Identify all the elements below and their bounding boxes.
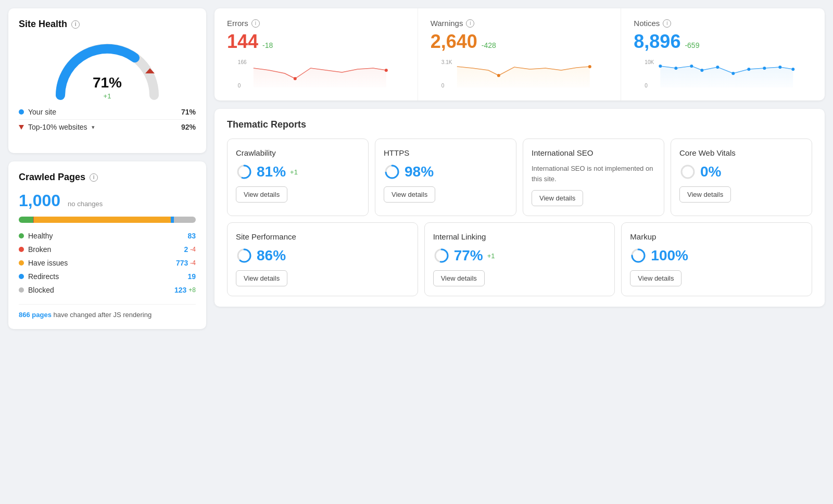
svg-point-14: [659, 65, 662, 68]
notices-sparkline: 10K 0: [634, 59, 812, 90]
https-circle-icon: [384, 163, 400, 180]
notices-number: 8,896: [634, 31, 680, 53]
reports-bottom-grid: Site Performance 86% View details Intern…: [227, 222, 812, 296]
crawl-row-broken: Broken 2 -4: [19, 243, 196, 256]
svg-point-16: [690, 65, 693, 68]
stats-row: Errors i 144 -18 166: [214, 8, 825, 100]
notices-label: Notices i: [634, 19, 812, 28]
internal-linking-view-details-button[interactable]: View details: [433, 270, 485, 286]
svg-point-21: [763, 67, 766, 70]
svg-point-23: [792, 68, 795, 71]
notices-number-row: 8,896 -659: [634, 31, 812, 53]
warnings-label: Warnings i: [431, 19, 609, 28]
svg-text:0: 0: [238, 83, 241, 89]
svg-point-20: [748, 68, 751, 71]
report-site-performance: Site Performance 86% View details: [227, 222, 418, 296]
crawled-legend: Healthy 83 Broken 2 -4: [19, 229, 196, 297]
warnings-number-row: 2,640 -428: [431, 31, 609, 53]
svg-point-10: [588, 65, 591, 68]
bar-have-issues: [34, 217, 171, 223]
report-cwv: Core Web Vitals 0% View details: [671, 138, 812, 216]
gauge-container: 71% +1 Your site 71%: [19, 38, 196, 134]
reports-top-grid: Crawlability 81% +1 View details HTTPS: [227, 138, 812, 216]
cwv-view-details-button[interactable]: View details: [679, 186, 731, 203]
bar-healthy: [19, 217, 33, 223]
legend-row-top10: Top-10% websites ▾ 92%: [19, 119, 196, 134]
svg-point-18: [716, 66, 720, 69]
warnings-change: -428: [482, 41, 496, 49]
report-intl-seo: International SEO International SEO is n…: [523, 138, 664, 216]
report-https: HTTPS 98% View details: [375, 138, 516, 216]
svg-text:166: 166: [238, 59, 247, 65]
dropdown-arrow-icon[interactable]: ▾: [92, 124, 95, 131]
report-crawlability: Crawlability 81% +1 View details: [227, 138, 369, 216]
crawlability-view-details-button[interactable]: View details: [236, 186, 287, 203]
gauge-chart: 71% +1: [50, 38, 165, 100]
svg-text:0: 0: [441, 83, 444, 89]
crawl-row-issues: Have issues 773 -4: [19, 256, 196, 270]
svg-point-22: [779, 66, 782, 69]
pages-note: 866 pages have changed after JS renderin…: [19, 304, 196, 319]
crawled-pages-title: Crawled Pages i: [19, 172, 196, 183]
markup-view-details-button[interactable]: View details: [630, 270, 681, 286]
svg-point-5: [385, 69, 388, 72]
errors-change: -18: [262, 41, 273, 49]
crawled-pages-info-icon[interactable]: i: [90, 173, 98, 182]
warnings-number: 2,640: [431, 31, 477, 53]
internal-linking-circle-icon: [433, 247, 450, 264]
notices-change: -659: [685, 41, 699, 49]
markup-circle-icon: [630, 247, 647, 264]
site-performance-view-details-button[interactable]: View details: [236, 270, 287, 286]
errors-info-icon[interactable]: i: [251, 19, 260, 28]
thematic-reports-card: Thematic Reports Crawlability 81% +1 Vie…: [214, 109, 825, 307]
crawled-pages-card: Crawled Pages i 1,000 no changes Healthy: [8, 161, 206, 329]
errors-number: 144: [227, 31, 258, 53]
warnings-sparkline: 3.1K 0: [431, 59, 609, 90]
report-internal-linking: Internal Linking 77% +1 View details: [424, 222, 615, 296]
crawl-row-healthy: Healthy 83: [19, 229, 196, 243]
https-view-details-button[interactable]: View details: [384, 186, 435, 203]
notices-info-icon[interactable]: i: [663, 19, 671, 28]
top10-triangle: [19, 125, 24, 130]
site-health-title: Site Health i: [19, 19, 196, 30]
cwv-circle-icon: [679, 163, 696, 180]
svg-point-19: [732, 72, 735, 75]
gauge-legend: Your site 71% Top-10% websites ▾ 92%: [19, 105, 196, 134]
notices-card: Notices i 8,896 -659: [621, 8, 825, 100]
svg-text:3.1K: 3.1K: [441, 59, 452, 65]
warnings-info-icon[interactable]: i: [466, 19, 474, 28]
svg-point-9: [497, 74, 500, 77]
svg-point-4: [294, 77, 297, 80]
crawled-count: 1,000: [19, 191, 60, 210]
svg-point-17: [701, 69, 704, 72]
errors-number-row: 144 -18: [227, 31, 405, 53]
pages-note-link[interactable]: 866 pages: [19, 311, 52, 319]
crawl-row-redirects: Redirects 19: [19, 270, 196, 283]
legend-row-site: Your site 71%: [19, 105, 196, 119]
errors-label: Errors i: [227, 19, 405, 28]
site-dot: [19, 109, 24, 115]
crawlability-circle-icon: [236, 163, 253, 180]
site-health-card: Site Health i 71% +1: [8, 8, 206, 153]
svg-text:10K: 10K: [645, 59, 654, 65]
crawled-progress-bar: [19, 217, 196, 223]
crawl-row-blocked: Blocked 123 +8: [19, 283, 196, 297]
warnings-card: Warnings i 2,640 -428: [418, 8, 622, 100]
svg-text:0: 0: [645, 83, 648, 89]
bar-blocked: [174, 217, 196, 223]
crawled-no-changes: no changes: [68, 200, 103, 208]
svg-marker-8: [457, 67, 589, 87]
site-performance-circle-icon: [236, 247, 253, 264]
svg-point-28: [681, 166, 694, 178]
svg-point-15: [675, 67, 678, 70]
errors-card: Errors i 144 -18 166: [214, 8, 418, 100]
thematic-reports-title: Thematic Reports: [227, 119, 812, 130]
svg-marker-13: [661, 66, 793, 87]
intl-seo-view-details-button[interactable]: View details: [532, 190, 583, 206]
gauge-label: 71% +1: [93, 74, 122, 100]
errors-sparkline: 166 0: [227, 59, 405, 90]
report-markup: Markup 100% View details: [621, 222, 812, 296]
site-health-info-icon[interactable]: i: [71, 20, 80, 29]
